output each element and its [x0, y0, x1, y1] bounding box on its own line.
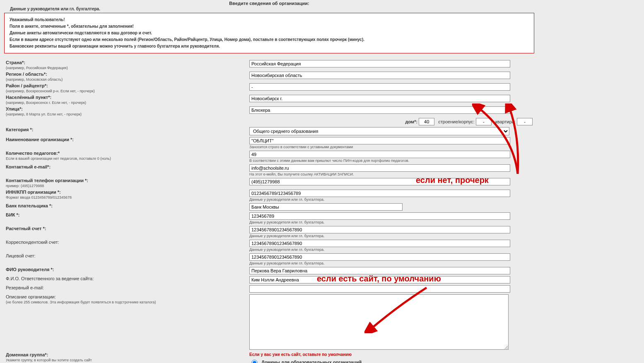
country-input[interactable]	[249, 60, 510, 67]
street-input[interactable]	[249, 106, 510, 114]
inn-input[interactable]	[249, 190, 510, 197]
label-street: Улица*:	[6, 106, 23, 111]
category-select[interactable]: Общего среднего образования	[249, 127, 509, 135]
label-domain: Доменная группа*:	[6, 352, 48, 357]
fio-resp-input[interactable]	[249, 276, 510, 284]
hint-district: (например, Воскресенский р-н. Если нет, …	[6, 89, 95, 93]
notice-line: Банковские реквизиты вашей организации м…	[10, 43, 529, 50]
house-input[interactable]	[419, 118, 434, 125]
reserve-input[interactable]	[249, 285, 510, 293]
domain-warning: Если у вас уже есть сайт, оставьте по ум…	[249, 352, 533, 357]
region-input[interactable]	[249, 72, 510, 79]
district-input[interactable]	[249, 83, 510, 91]
label-rs: Расчетный счет *:	[6, 226, 46, 231]
notice-line: Уважаемый пользователь!	[10, 17, 529, 23]
flat-input[interactable]	[517, 118, 533, 125]
domain-radio-input[interactable]	[251, 360, 258, 363]
sub-ls: Данные у руководителя или гл. бухгалтера…	[249, 261, 533, 265]
label-fio-resp: Ф.И.О. Ответственного за ведение сайта:	[6, 276, 94, 281]
sub-bik: Данные у руководителя или гл. бухгалтера…	[249, 220, 533, 224]
sub-ks: Данные у руководителя или гл. бухгалтера…	[249, 248, 533, 252]
label-city: Населённый пункт*:	[6, 95, 51, 100]
desc-textarea[interactable]	[249, 294, 509, 350]
hint-country: (например, Российская Федерация)	[6, 66, 68, 70]
label-teachers: Количество педагогов:*	[6, 151, 60, 156]
label-building: строение/корпус:	[438, 119, 474, 124]
notice-line: Данные анкеты автоматически подставляютс…	[10, 30, 529, 36]
hint-teachers: Если в вашей организации нет педагогов, …	[6, 156, 111, 161]
rs-input[interactable]	[249, 226, 510, 233]
label-phone: Контактный телефон организации *:	[6, 178, 88, 183]
ks-input[interactable]	[249, 240, 510, 247]
label-ks: Корреспондентский счет:	[6, 240, 59, 245]
label-email: Контактный e-mail*:	[6, 164, 51, 169]
hint-inn: Формат ввода 0123456789/012345678	[6, 195, 72, 200]
label-category: Категория *:	[6, 127, 34, 132]
label-flat: квартира:	[495, 119, 516, 124]
sub-inn: Данные у руководителя или гл. бухгалтера…	[249, 197, 533, 202]
sub-email: На этот е-мейл, Вы получите ссылку АКТИВ…	[249, 172, 533, 176]
hint-region: (например, Московская область)	[6, 77, 63, 82]
hint-city: (например, Воскресенск г. Если нет, - пр…	[6, 101, 86, 105]
label-bank: Банк плательщика *:	[6, 203, 53, 208]
label-district: Район / райцентр*:	[6, 83, 48, 88]
phone-input[interactable]	[249, 178, 510, 185]
domain-radio-label: Домены для образовательных организаций	[261, 360, 362, 363]
hint-domain: Укажите группу, в которой вы хотите созд…	[6, 358, 92, 362]
hint-desc: (не более 255 символов. Эта информация б…	[6, 300, 156, 304]
top-note: Данные у руководителя или гл. бухгалтера…	[4, 7, 534, 13]
domain-radio-option[interactable]: Домены для образовательных организаций	[249, 358, 533, 363]
label-country: Страна*:	[6, 60, 25, 65]
notice-line: Если в вашем адресе отсутствуют одно или…	[10, 36, 529, 43]
sub-teachers: В соответствии с этими данными вам пришл…	[249, 159, 533, 163]
ls-input[interactable]	[249, 253, 510, 261]
sub-rs: Данные у руководителя или гл. бухгалтера…	[249, 234, 533, 238]
email-input[interactable]	[249, 164, 510, 172]
city-input[interactable]	[249, 95, 510, 102]
notice-line: Поля в анкете, отмеченные *, обязательны…	[10, 23, 529, 30]
notice-box: Уважаемый пользователь! Поля в анкете, о…	[4, 13, 534, 53]
label-bik: БИК *:	[6, 212, 20, 217]
label-orgname: Наименование организации *:	[6, 137, 74, 142]
fio-head-input[interactable]	[249, 267, 510, 274]
label-fio-head: ФИО руководителя *:	[6, 267, 54, 272]
label-desc: Описание организации:	[6, 294, 56, 299]
label-house: дом*:	[405, 119, 417, 124]
bik-input[interactable]	[249, 212, 510, 220]
label-inn: ИНН/КПП организации *:	[6, 190, 61, 195]
label-ls: Лицевой счет:	[6, 253, 36, 258]
building-input[interactable]	[476, 118, 492, 125]
hint-phone: пример: (495)1279988	[6, 184, 44, 188]
label-region: Регион / область*:	[6, 72, 47, 77]
teachers-input[interactable]	[249, 151, 510, 158]
bank-input[interactable]	[249, 203, 403, 211]
hint-orgname: Заносится строго в соответствии с уставн…	[249, 145, 533, 149]
orgname-input[interactable]	[249, 137, 510, 144]
label-reserve: Резервный e-mail:	[6, 285, 44, 290]
hint-street: (например, 8 Марта ул. Если нет, - проче…	[6, 112, 82, 116]
page-title: Введите сведения об организации:	[4, 0, 534, 7]
